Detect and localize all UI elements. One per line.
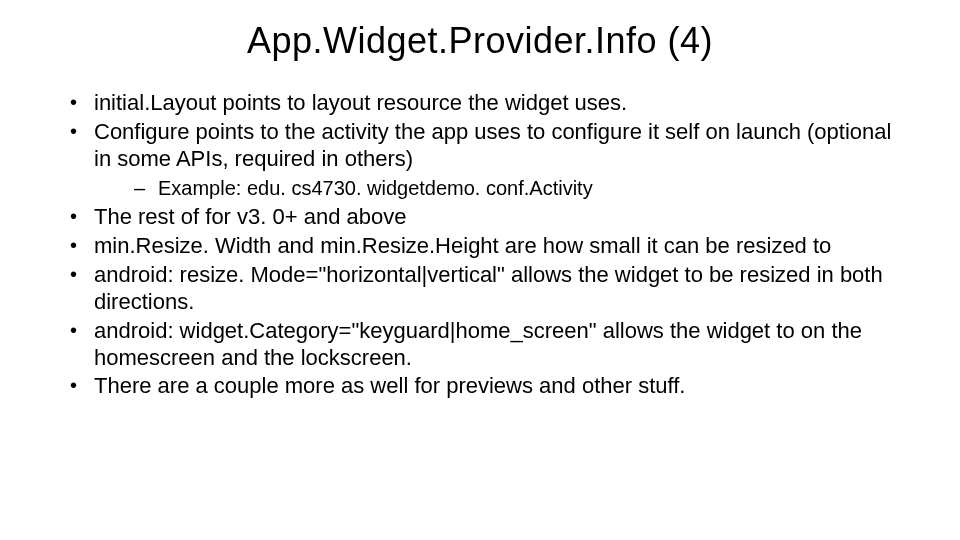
- bullet-item: initial.Layout points to layout resource…: [60, 90, 900, 117]
- bullet-item: The rest of for v3. 0+ and above: [60, 204, 900, 231]
- sub-bullet-item: Example: edu. cs4730. widgetdemo. conf.A…: [94, 175, 900, 201]
- bullet-item: Configure points to the activity the app…: [60, 119, 900, 202]
- bullet-item: There are a couple more as well for prev…: [60, 373, 900, 400]
- bullet-text: Configure points to the activity the app…: [94, 119, 891, 171]
- slide-title: App.Widget.Provider.Info (4): [60, 20, 900, 62]
- bullet-item: android: widget.Category="keyguard|home_…: [60, 318, 900, 372]
- bullet-list: initial.Layout points to layout resource…: [60, 90, 900, 400]
- bullet-item: android: resize. Mode="horizontal|vertic…: [60, 262, 900, 316]
- sub-bullet-list: Example: edu. cs4730. widgetdemo. conf.A…: [94, 175, 900, 201]
- bullet-item: min.Resize. Width and min.Resize.Height …: [60, 233, 900, 260]
